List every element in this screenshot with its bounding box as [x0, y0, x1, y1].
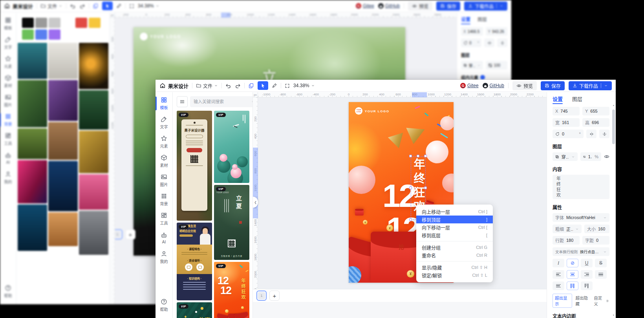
align-center-button[interactable]: [567, 270, 578, 279]
pen-tool-button[interactable]: [116, 3, 122, 9]
photo-thumbnail[interactable]: [48, 80, 78, 121]
context-menu-item[interactable]: 重命名 Ctrl R: [416, 251, 493, 259]
rotation-field[interactable]: 0°: [461, 38, 481, 47]
y-field[interactable]: Y943.26: [486, 27, 508, 36]
sidebar-item-tools[interactable]: 工具: [156, 209, 173, 228]
photo-thumbnail[interactable]: [48, 43, 78, 79]
template-card-course[interactable]: VIP 认认真真生活 明明白白交税 · 课程特色 · · 适合谁听 ·: [177, 223, 212, 300]
width-field[interactable]: 宽161: [553, 118, 580, 127]
undo-button[interactable]: [225, 83, 231, 89]
search-input[interactable]: [194, 99, 249, 104]
horizontal-ruler[interactable]: -1000-800-600-400-2000200400600800100012…: [258, 92, 547, 97]
file-menu[interactable]: 文件: [196, 82, 218, 89]
overflow-show-option[interactable]: 超出显示: [553, 294, 572, 308]
no-decoration-button[interactable]: ⊘: [567, 259, 578, 267]
opacity-field[interactable]: 100: [486, 61, 508, 69]
copy-button[interactable]: [93, 3, 99, 9]
sidebar-item-text[interactable]: 文字: [0, 33, 17, 53]
tab-settings[interactable]: 设置: [553, 93, 563, 104]
blend-mode-select[interactable]: 穿透: [553, 152, 578, 161]
photo-thumbnail[interactable]: [79, 43, 108, 89]
photo-thumbnail[interactable]: [18, 160, 47, 203]
x-field[interactable]: X1466.5: [461, 27, 483, 36]
category-menu-button[interactable]: [177, 96, 188, 107]
sidebar-item-tools[interactable]: 工具: [0, 130, 17, 149]
app-logo[interactable]: 果米设计: [4, 2, 33, 10]
canvas-area[interactable]: px -1000-800-600-400-2000200400600800100…: [253, 92, 547, 318]
color-swatch[interactable]: [62, 18, 74, 28]
app-logo[interactable]: 果米设计: [159, 82, 188, 90]
photo-thumbnail[interactable]: [48, 122, 78, 160]
font-size-field[interactable]: 大小160: [584, 225, 609, 233]
flip-vertical-button[interactable]: [497, 38, 507, 47]
zoom-select[interactable]: 34.38%: [138, 3, 159, 9]
photo-thumbnail[interactable]: [79, 131, 108, 173]
fit-screen-button[interactable]: [285, 83, 290, 88]
sidebar-item-templates[interactable]: 模板: [0, 14, 17, 33]
overflow-hide-option[interactable]: 超出隐藏: [576, 295, 591, 307]
template-card-1212[interactable]: VIP 1212 年终狂欢: [214, 262, 249, 318]
color-swatch[interactable]: [35, 18, 47, 28]
context-menu-item[interactable]: 向上移动一层 Ctrl ]: [416, 208, 493, 216]
align-justify-button[interactable]: [595, 270, 607, 279]
preview-button[interactable]: 预览: [512, 81, 537, 90]
github-link[interactable]: GitHub: [378, 3, 400, 9]
sidebar-item-elements[interactable]: 元素: [156, 132, 173, 152]
vertical-ruler[interactable]: 20040060080010001200: [110, 18, 115, 304]
color-swatch[interactable]: [49, 29, 60, 40]
sidebar-item-images[interactable]: 图片: [0, 91, 17, 110]
line-height-field[interactable]: 行距180: [553, 236, 580, 245]
sidebar-item-assets[interactable]: 素材: [156, 152, 173, 171]
content-textarea[interactable]: 年 终 狂 欢: [553, 175, 609, 199]
sidebar-item-help[interactable]: 帮助: [156, 296, 173, 315]
select-tool-button[interactable]: [102, 2, 113, 10]
sidebar-item-templates[interactable]: 模板: [156, 94, 173, 113]
context-menu-item[interactable]: 创建分组 Ctrl G: [416, 243, 493, 251]
tab-layers[interactable]: 图层: [572, 93, 582, 104]
sidebar-item-mine[interactable]: 我的: [156, 248, 173, 267]
opacity-field[interactable]: 100%: [580, 152, 601, 161]
photo-thumbnail[interactable]: [48, 212, 78, 246]
photo-thumbnail[interactable]: [79, 174, 108, 210]
align-right-button[interactable]: [581, 270, 593, 279]
sidebar-item-backgrounds[interactable]: 背景: [0, 110, 17, 130]
download-button[interactable]: 下载作品: [569, 81, 612, 90]
sidebar-item-elements[interactable]: 元素: [0, 53, 17, 72]
height-field[interactable]: 高696: [582, 118, 609, 127]
photo-thumbnail[interactable]: [48, 161, 78, 211]
template-card-lotus[interactable]: VIP: [214, 111, 249, 183]
photo-thumbnail[interactable]: [18, 128, 47, 159]
scrollbar-thumb[interactable]: [612, 110, 615, 144]
font-weight-select[interactable]: 粗细正常: [553, 225, 582, 233]
overflow-custom-option[interactable]: 自定义: [594, 295, 609, 307]
context-menu-item[interactable]: 移到底层 [: [416, 231, 493, 239]
context-menu-item[interactable]: 向下移动一层 Ctrl [: [416, 223, 493, 231]
vertical-ruler[interactable]: 2004006008001000120014001600180020002200: [253, 97, 258, 318]
color-swatch[interactable]: [22, 29, 34, 40]
undo-button[interactable]: [70, 3, 76, 9]
selection-handle[interactable]: [409, 218, 412, 221]
preview-button[interactable]: 预览: [408, 2, 432, 11]
strikethrough-button[interactable]: S: [595, 259, 607, 267]
horizontal-ruler[interactable]: -200020040060080010001200140016001800200…: [115, 13, 457, 18]
blend-mode-select[interactable]: 穿透: [461, 61, 483, 69]
copy-button[interactable]: [248, 83, 254, 89]
sidebar-item-ai[interactable]: AI: [0, 149, 17, 168]
italic-button[interactable]: I: [553, 259, 564, 267]
template-card-wood-tag[interactable]: VIP 果子米设计器: [177, 111, 212, 221]
page-thumbnail[interactable]: 1: [256, 291, 267, 301]
photo-thumbnail[interactable]: [18, 43, 47, 79]
photo-thumbnail[interactable]: [18, 205, 47, 251]
sidebar-item-mine[interactable]: 我的: [0, 168, 17, 187]
sidebar-item-help[interactable]: 帮助: [0, 282, 17, 301]
gitee-link[interactable]: GGitee: [460, 83, 479, 88]
letter-spacing-field[interactable]: 字距0: [582, 236, 609, 245]
selection-handle[interactable]: [424, 155, 427, 157]
photo-thumbnail[interactable]: [79, 211, 108, 255]
text-vertical-button[interactable]: [567, 281, 578, 290]
font-family-select[interactable]: 字体MicrosoftYaHei: [553, 213, 609, 222]
text-horizontal-button[interactable]: [553, 281, 564, 290]
redo-button[interactable]: [79, 3, 85, 9]
fit-screen-button[interactable]: [129, 4, 134, 9]
rotation-field[interactable]: 0°: [553, 130, 584, 138]
